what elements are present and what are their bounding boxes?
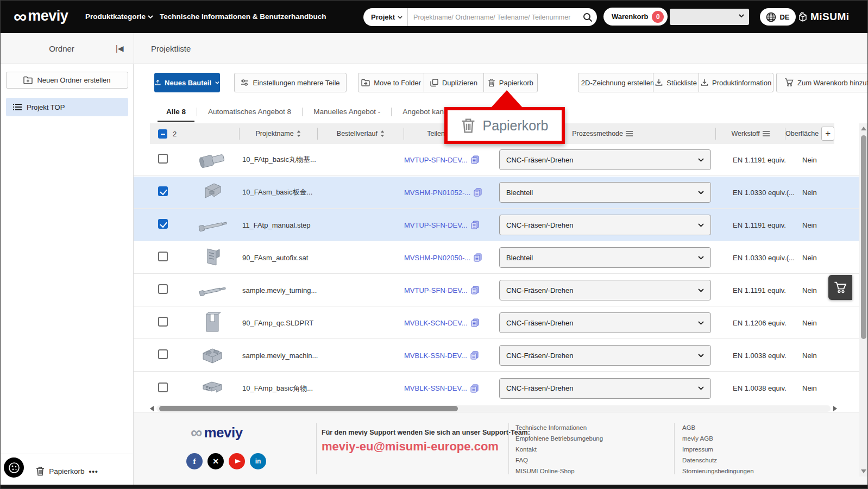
column-header-bestellverlauf[interactable]: Bestellverlauf	[318, 123, 404, 144]
part-number-link[interactable]: MVBLK-SCN-DEV...	[404, 319, 468, 327]
cart-floating-button[interactable]	[828, 275, 852, 300]
move-to-folder-button[interactable]: Move to Folder	[358, 73, 424, 92]
column-header-werkstoff[interactable]: Werkstoff	[716, 123, 785, 144]
header-select[interactable]	[670, 9, 749, 25]
row-checkbox[interactable]	[158, 252, 168, 261]
facebook-icon[interactable]: f	[186, 453, 203, 469]
part-number-link[interactable]: MVTUP-SFN-DEV...	[404, 221, 468, 229]
trash-button[interactable]: Papierkorb	[483, 73, 537, 92]
nav-technische-informationen[interactable]: Technische Informationen & Benutzerhandb…	[160, 12, 326, 21]
cart-button[interactable]: Warenkorb 0	[603, 8, 668, 26]
cart-count-badge: 0	[652, 11, 664, 23]
vertical-scroll-thumb[interactable]	[861, 135, 866, 339]
trash-icon	[36, 466, 45, 476]
footer-link[interactable]: Kontakt	[515, 446, 603, 453]
table-row[interactable]: 10_FAtp_basic丸物基... MVTUP-SFN-DEV... CNC…	[134, 144, 868, 176]
sidebar-collapse-icon[interactable]: |◀	[116, 44, 123, 53]
footer-link[interactable]: Technische Informationen	[515, 424, 603, 431]
footer-meviy-logo[interactable]: ∞ meviy	[191, 423, 243, 442]
row-checkbox[interactable]	[158, 284, 168, 294]
footer-link[interactable]: Empfohlene Betriebsumgebung	[515, 435, 603, 442]
tab-automatisches-angebot[interactable]: Automatisches Angebot 8	[197, 101, 302, 122]
search-icon[interactable]	[578, 8, 597, 26]
footer-link[interactable]: meviy AGB	[682, 435, 754, 442]
copy-icon[interactable]	[471, 155, 479, 164]
scroll-down-arrow[interactable]	[861, 469, 866, 473]
meviy-logo[interactable]: ∞ meviy	[14, 8, 68, 24]
process-select[interactable]: CNC-Fräsen/-Drehen	[499, 280, 711, 300]
more-options-icon[interactable]: •••	[89, 467, 98, 475]
search-input[interactable]	[408, 14, 578, 21]
process-select[interactable]: Blechteil	[499, 182, 711, 203]
new-part-button[interactable]: Neues Bauteil	[154, 73, 220, 92]
part-number-link[interactable]: MVBLK-SSN-DEV...	[404, 352, 467, 360]
footer-link[interactable]: Impressum	[682, 446, 754, 453]
table-row[interactable]: sample.meviy_turning... MVTUP-SFN-DEV...…	[134, 274, 868, 306]
table-row[interactable]: sample.meviy_machin... MVBLK-SSN-DEV... …	[134, 340, 868, 372]
row-checkbox[interactable]	[158, 383, 168, 392]
copy-icon[interactable]	[471, 286, 479, 294]
row-checkbox[interactable]	[158, 154, 168, 164]
process-select[interactable]: CNC-Fräsen/-Drehen	[499, 378, 711, 399]
support-email-link[interactable]: meviy-eu@misumi-europe.com	[322, 440, 499, 454]
add-to-cart-button[interactable]: Zum Warenkorb hinzufügen	[776, 73, 868, 92]
row-checkbox[interactable]	[158, 219, 168, 229]
select-all-checkbox[interactable]	[158, 129, 167, 139]
part-number-link[interactable]: MVSHM-PN01052-...	[404, 189, 470, 197]
footer-link[interactable]: Datenschutz	[682, 457, 754, 463]
row-checkbox[interactable]	[158, 317, 168, 327]
footer-link[interactable]: Stornierungsbedingungen	[682, 468, 754, 474]
tab-alle[interactable]: Alle 8	[155, 101, 197, 122]
row-checkbox[interactable]	[158, 186, 168, 196]
add-column-button[interactable]: +	[821, 127, 834, 141]
copy-icon[interactable]	[474, 253, 482, 262]
tab-manuelles-angebot[interactable]: Manuelles Angebot -	[303, 101, 391, 122]
nav-produktkategorie[interactable]: Produktkategorie	[85, 12, 153, 21]
product-info-button[interactable]: Produktinformation	[699, 73, 773, 92]
language-selector[interactable]: DE	[760, 8, 796, 26]
copy-icon[interactable]	[474, 188, 482, 197]
column-header-oberflaeche[interactable]: Oberfläche +	[785, 123, 834, 144]
scroll-right-arrow[interactable]	[833, 406, 837, 411]
table-row[interactable]: 10_FAsm_basic板金... MVSHM-PN01052-... Ble…	[134, 177, 868, 209]
new-folder-button[interactable]: Neuen Ordner erstellen	[6, 72, 128, 89]
process-select[interactable]: Blechteil	[499, 247, 711, 268]
create-2d-drawing-button[interactable]: 2D-Zeichnung erstellen	[578, 73, 653, 92]
search-scope-dropdown[interactable]: Projekt	[363, 13, 407, 21]
x-twitter-icon[interactable]: ✕	[207, 453, 224, 469]
duplicate-button[interactable]: Duplizieren	[424, 73, 483, 92]
row-checkbox[interactable]	[158, 349, 168, 359]
scroll-up-arrow[interactable]	[861, 127, 866, 130]
table-row[interactable]: 10_FAmp_basic角物... MVBLK-SSN-DEV... CNC-…	[134, 372, 868, 404]
youtube-icon[interactable]	[229, 453, 245, 469]
column-header-projektname[interactable]: Projektname	[240, 123, 317, 144]
copy-icon[interactable]	[470, 384, 479, 393]
scroll-left-arrow[interactable]	[150, 406, 154, 411]
copy-icon[interactable]	[470, 351, 479, 360]
bom-button[interactable]: Stückliste	[653, 73, 699, 92]
cookie-settings-button[interactable]	[4, 457, 24, 478]
table-row[interactable]: 90_FAsm_autofix.sat MVSHM-PN02050-... Bl…	[134, 242, 868, 274]
process-select[interactable]: CNC-Fräsen/-Drehen	[499, 215, 711, 235]
misumi-logo[interactable]: MiSUMi	[798, 11, 850, 23]
table-row[interactable]: 90_FAmp_qc.SLDPRT MVBLK-SCN-DEV... CNC-F…	[134, 307, 868, 339]
footer-link[interactable]: FAQ	[515, 457, 603, 463]
horizontal-scroll-thumb[interactable]	[159, 406, 458, 411]
multi-settings-button[interactable]: Einstellungen mehrere Teile	[234, 73, 347, 92]
sidebar-item-projekt-top[interactable]: Projekt TOP	[6, 98, 128, 116]
horizontal-scroll-track[interactable]	[156, 405, 831, 412]
material-cell: EN 1.0038 equiv.	[726, 352, 796, 360]
copy-icon[interactable]	[471, 221, 479, 229]
process-select[interactable]: CNC-Fräsen/-Drehen	[499, 312, 711, 333]
part-number-link[interactable]: MVBLK-SSN-DEV...	[404, 384, 467, 392]
table-row[interactable]: 11_FAtp_manual.step MVTUP-SFN-DEV... CNC…	[134, 209, 868, 241]
footer-link[interactable]: AGB	[682, 424, 754, 431]
part-number-link[interactable]: MVSHM-PN02050-...	[404, 254, 470, 262]
footer-link[interactable]: MISUMI Online-Shop	[515, 468, 603, 474]
part-number-link[interactable]: MVTUP-SFN-DEV...	[404, 286, 468, 294]
process-select[interactable]: CNC-Fräsen/-Drehen	[499, 149, 711, 170]
process-select[interactable]: CNC-Fräsen/-Drehen	[499, 345, 711, 366]
linkedin-icon[interactable]: in	[250, 453, 266, 469]
copy-icon[interactable]	[471, 318, 479, 327]
part-number-link[interactable]: MVTUP-SFN-DEV...	[404, 156, 468, 164]
